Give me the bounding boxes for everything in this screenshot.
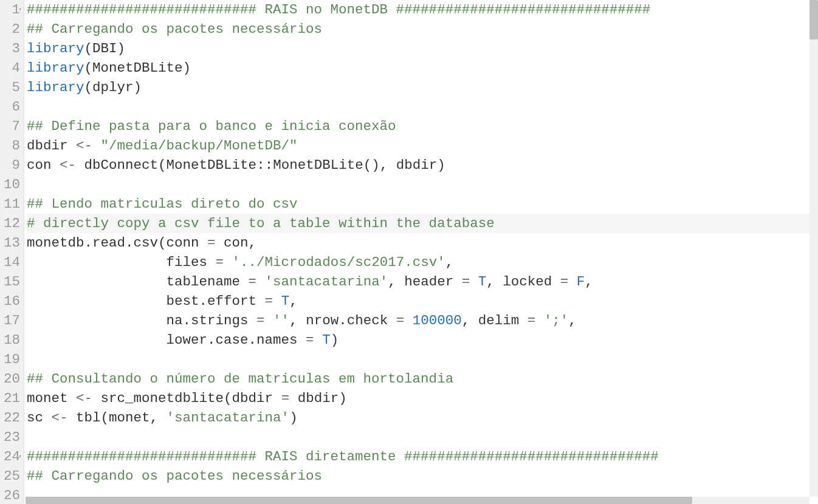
token-string: '../Microdados/sc2017.csv' — [232, 254, 445, 270]
token-ident: MonetDBLite — [273, 157, 363, 173]
line-number: 12 — [4, 214, 20, 233]
token-operator: <- — [60, 157, 76, 173]
token-ident: , header — [388, 274, 462, 290]
code-line[interactable]: library(MonetDBLite) — [27, 58, 818, 78]
token-ident: dbConnect — [76, 157, 158, 173]
token-string: "/media/backup/MonetDB/" — [101, 138, 298, 154]
token-ident: dplyr — [92, 80, 134, 95]
token-paren: ( — [84, 60, 93, 76]
token-paren: ) — [134, 80, 142, 95]
line-number: 18 — [4, 330, 20, 350]
line-number: 25 — [4, 466, 20, 486]
token-operator: = — [560, 274, 569, 290]
line-number: 9 — [4, 155, 20, 175]
token-ident: src_monetdblite — [92, 390, 224, 406]
vertical-scrollbar[interactable] — [809, 0, 818, 497]
code-line[interactable]: ## Carregando os pacotes necessários — [27, 19, 818, 39]
code-line[interactable]: ## Carregando os pacotes necessários — [27, 466, 818, 486]
token-ident: , nrow.check — [289, 313, 396, 329]
token-operator: = — [528, 313, 536, 329]
token-ident — [256, 274, 265, 290]
code-line[interactable]: dbdir <- "/media/backup/MonetDB/" — [27, 136, 818, 155]
code-line[interactable]: library(DBI) — [27, 39, 818, 58]
token-comment: # directly copy a csv file to a table wi… — [27, 216, 495, 231]
token-operator: = — [462, 274, 470, 290]
code-line[interactable]: # directly copy a csv file to a table wi… — [27, 214, 818, 233]
line-number: 19 — [4, 350, 20, 369]
token-paren: ( — [84, 80, 93, 95]
token-operator: = — [256, 313, 265, 329]
token-ident: con, — [216, 235, 257, 251]
token-operator: = — [306, 332, 314, 348]
token-operator: = — [396, 313, 405, 329]
line-number: 11 — [4, 194, 20, 214]
line-number: 21 — [4, 389, 20, 408]
code-line[interactable]: na.strings = '', nrow.check = 100000, de… — [27, 311, 818, 330]
token-builtin: library — [27, 60, 84, 76]
token-ident: , dbdir — [380, 157, 438, 173]
token-paren: ) — [339, 390, 347, 406]
code-line[interactable] — [27, 175, 818, 194]
token-paren: () — [363, 157, 380, 173]
token-ident: DBI — [92, 41, 117, 56]
token-operator: = — [281, 390, 290, 406]
fold-marker-icon[interactable]: ▾ — [19, 447, 22, 466]
token-ident: sc — [27, 410, 52, 426]
code-line[interactable]: ############################ RAIS no Mon… — [27, 0, 818, 19]
code-line[interactable]: ## Define pasta para o banco e inicia co… — [27, 117, 818, 136]
token-scope: :: — [256, 157, 273, 173]
fold-marker-icon[interactable]: ▾ — [19, 0, 22, 19]
token-ident: dbdir — [27, 138, 76, 154]
code-line[interactable] — [27, 350, 818, 369]
code-line[interactable]: lower.case.names = T) — [27, 330, 818, 350]
horizontal-scrollbar[interactable] — [26, 497, 809, 504]
token-paren: ) — [183, 60, 191, 76]
code-editor[interactable]: 1▾23456789101112131415161718192021222324… — [0, 0, 818, 504]
token-ident: monet — [27, 390, 76, 406]
token-ident: na.strings — [27, 313, 256, 329]
line-number: 7 — [4, 117, 20, 136]
code-line[interactable]: ## Lendo matriculas direto do csv — [27, 194, 818, 214]
token-paren: ) — [289, 410, 298, 426]
line-number: 26 — [4, 486, 20, 504]
token-builtin: library — [27, 41, 84, 56]
token-string: 'santacatarina' — [265, 274, 388, 290]
code-line[interactable]: best.effort = T, — [27, 291, 818, 311]
token-ident: conn — [167, 235, 208, 251]
token-string: 'santacatarina' — [167, 410, 290, 426]
token-ident: , — [585, 274, 593, 290]
line-number: 20 — [4, 369, 20, 389]
code-area[interactable]: ############################ RAIS no Mon… — [24, 0, 818, 504]
vertical-scrollbar-thumb[interactable] — [809, 0, 818, 39]
code-line[interactable]: library(dplyr) — [27, 78, 818, 97]
token-operator: = — [216, 254, 224, 270]
token-ident: lower.case.names — [27, 332, 306, 348]
code-line[interactable]: sc <- tbl(monet, 'santacatarina') — [27, 408, 818, 427]
code-line[interactable] — [27, 97, 818, 117]
token-ident: tbl — [68, 410, 101, 426]
code-line[interactable]: files = '../Microdados/sc2017.csv', — [27, 253, 818, 272]
code-line[interactable]: monetdb.read.csv(conn = con, — [27, 233, 818, 253]
code-line[interactable]: con <- dbConnect(MonetDBLite::MonetDBLit… — [27, 155, 818, 175]
token-ident: MonetDBLite — [92, 60, 183, 76]
token-ident: MonetDBLite — [167, 157, 257, 173]
token-ident: dbdir — [232, 390, 281, 406]
token-comment: ## Carregando os pacotes necessários — [27, 21, 322, 37]
code-line[interactable]: ## Consultando o número de matriculas em… — [27, 369, 818, 389]
code-line[interactable] — [27, 427, 818, 447]
token-operator: = — [249, 274, 257, 290]
token-paren: ) — [331, 332, 339, 348]
token-string: ';' — [544, 313, 569, 329]
token-ident: , — [445, 254, 454, 270]
code-line[interactable]: monet <- src_monetdblite(dbdir = dbdir) — [27, 389, 818, 408]
code-line[interactable]: tablename = 'santacatarina', header = T,… — [27, 272, 818, 291]
horizontal-scrollbar-thumb[interactable] — [26, 497, 692, 504]
token-bool: T — [478, 274, 487, 290]
token-bool: F — [577, 274, 585, 290]
token-ident: monetdb.read.csv — [27, 235, 158, 251]
token-ident: , locked — [486, 274, 560, 290]
line-number: 14 — [4, 253, 20, 272]
line-number: 4 — [4, 58, 20, 78]
code-line[interactable]: ############################ RAIS direta… — [27, 447, 818, 466]
line-number: 5 — [4, 78, 20, 97]
